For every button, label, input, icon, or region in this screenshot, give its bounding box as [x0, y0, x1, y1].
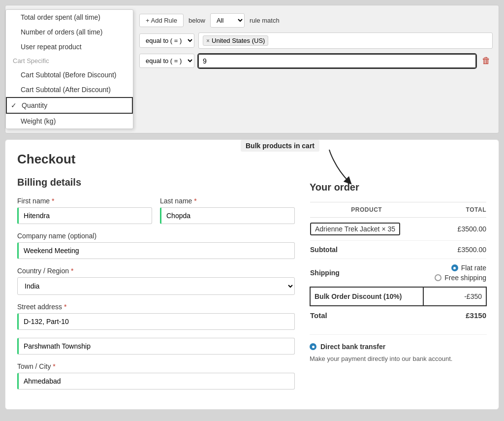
billing-section: Billing details First name * Last name *: [17, 177, 295, 397]
discount-label: Bulk Order Discount (10%): [310, 287, 423, 306]
total-value: £3150: [423, 306, 486, 324]
total-column-header: TOTAL: [423, 202, 486, 218]
first-name-input[interactable]: [17, 207, 152, 224]
first-name-field: First name *: [17, 197, 152, 224]
annotation-bubble: Bulk products in cart: [241, 140, 319, 152]
company-label: Company name (optional): [17, 232, 295, 240]
product-total: £3500.00: [423, 218, 486, 241]
delete-condition-button[interactable]: 🗑: [480, 55, 493, 67]
product-column-header: PRODUCT: [310, 202, 423, 218]
payment-section: Direct bank transfer Make your payment d…: [310, 334, 487, 363]
checkout-body: Billing details First name * Last name *: [17, 177, 487, 397]
condition-operator-2[interactable]: equal to ( = ): [139, 54, 194, 68]
annotation-arrow-svg: [319, 147, 378, 192]
required-star-street: *: [64, 303, 66, 311]
add-rule-button[interactable]: + Add Rule: [139, 14, 184, 27]
free-shipping-option[interactable]: Free shipping: [423, 274, 486, 282]
town-city-input[interactable]: [17, 373, 295, 389]
required-star-last-name: *: [194, 197, 196, 205]
order-table: PRODUCT TOTAL Adrienne Trek Jacket × 35 …: [310, 202, 487, 324]
checkout-title: Checkout: [17, 152, 487, 167]
menu-item-quantity[interactable]: Quantity: [6, 97, 133, 114]
condition-value-number-input[interactable]: [198, 54, 476, 68]
order-section: Bulk products in cart Your order PRODUCT: [310, 177, 487, 397]
direct-bank-radio[interactable]: [310, 343, 316, 350]
rule-config-panel: + Add Rule below All Any rule match equa…: [133, 9, 499, 129]
street-address-field: Street address *: [17, 303, 295, 330]
last-name-label: Last name *: [160, 197, 295, 205]
discount-row: Bulk Order Discount (10%) -£350: [310, 287, 486, 306]
shipping-options: Flat rate Free shipping: [423, 259, 486, 288]
top-rule-row: + Add Rule below All Any rule match: [139, 13, 493, 28]
required-star-first-name: *: [52, 197, 54, 205]
flat-rate-label: Flat rate: [461, 264, 486, 272]
company-field: Company name (optional): [17, 232, 295, 259]
condition-row-2: equal to ( = ) 🗑: [139, 54, 493, 68]
required-star-town: *: [53, 362, 55, 370]
shipping-label: Shipping: [310, 259, 423, 288]
menu-item-total-order[interactable]: Total order spent (all time): [6, 10, 133, 25]
total-row: Total £3150: [310, 306, 486, 324]
country-label: Country / Region *: [17, 267, 295, 275]
town-city-field: Town / City *: [17, 362, 295, 389]
subtotal-row: Subtotal £3500.00: [310, 241, 486, 259]
discount-value: -£350: [423, 287, 486, 306]
condition-operator-1[interactable]: equal to ( = ): [139, 33, 194, 48]
menu-item-user-repeat[interactable]: User repeat product: [6, 39, 133, 54]
billing-title: Billing details: [17, 177, 295, 188]
payment-option-direct-bank[interactable]: Direct bank transfer: [310, 343, 487, 351]
flat-rate-radio[interactable]: [451, 264, 458, 271]
total-label: Total: [310, 306, 423, 324]
subtotal-value: £3500.00: [423, 241, 486, 259]
town-city-label: Town / City *: [17, 362, 295, 370]
street-address-label: Street address *: [17, 303, 295, 311]
required-star-country: *: [71, 267, 73, 275]
below-label: below: [189, 17, 205, 24]
menu-item-cart-subtotal-before[interactable]: Cart Subtotal (Before Discount): [6, 67, 133, 82]
top-rule-panel: Total order spent (all time) Number of o…: [5, 5, 499, 133]
free-shipping-label: Free shipping: [444, 274, 486, 282]
free-shipping-radio[interactable]: [435, 274, 441, 281]
condition-value-tag-input[interactable]: × United States (US): [198, 32, 493, 49]
tag-remove-icon[interactable]: ×: [206, 37, 210, 44]
flat-rate-option[interactable]: Flat rate: [423, 264, 486, 272]
rule-all-select[interactable]: All Any: [210, 13, 245, 28]
menu-item-num-orders[interactable]: Number of orders (all time): [6, 25, 133, 39]
street-address2-field: [17, 338, 295, 355]
subtotal-label: Subtotal: [310, 241, 423, 259]
payment-description: Make your payment directly into our bank…: [310, 355, 487, 363]
rule-match-label: rule match: [250, 17, 280, 24]
country-select[interactable]: India United States (US) United Kingdom …: [17, 277, 295, 295]
country-field: Country / Region * India United States (…: [17, 267, 295, 295]
shipping-row: Shipping Flat rate Free shipping: [310, 259, 486, 288]
company-input[interactable]: [17, 242, 295, 259]
last-name-field: Last name *: [160, 197, 295, 224]
product-name: Adrienne Trek Jacket × 35: [310, 223, 400, 235]
first-name-label: First name *: [17, 197, 152, 205]
dropdown-menu: Total order spent (all time) Number of o…: [5, 9, 133, 129]
table-row: Adrienne Trek Jacket × 35 £3500.00: [310, 218, 486, 241]
menu-item-cart-subtotal-after[interactable]: Cart Subtotal (After Discount): [6, 82, 133, 97]
name-row: First name * Last name *: [17, 197, 295, 232]
tag-us: × United States (US): [203, 35, 268, 46]
menu-item-weight[interactable]: Weight (kg): [6, 114, 133, 129]
checkout-panel: Checkout Billing details First name * La…: [5, 139, 499, 410]
category-cart-specific: Cart Specific: [6, 54, 133, 67]
condition-row-1: equal to ( = ) × United States (US): [139, 32, 493, 49]
street-address-input[interactable]: [17, 313, 295, 330]
product-cell: Adrienne Trek Jacket × 35: [310, 218, 423, 241]
shipping-options-container: Flat rate Free shipping: [423, 264, 486, 282]
last-name-input[interactable]: [160, 207, 295, 224]
direct-bank-label: Direct bank transfer: [320, 343, 385, 351]
street-address2-input[interactable]: [17, 338, 295, 355]
